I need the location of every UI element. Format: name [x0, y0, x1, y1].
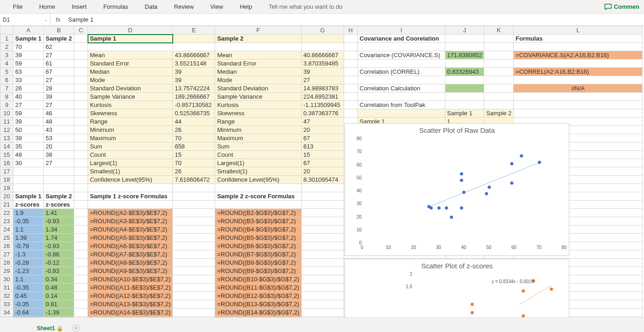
cell-A24[interactable]: 1.1 — [13, 225, 44, 234]
cell-J8[interactable] — [445, 93, 484, 101]
cell-D5[interactable]: Median — [88, 68, 173, 76]
row-header-15[interactable]: 15 — [0, 151, 13, 159]
cell-E12[interactable]: 26 — [173, 126, 215, 134]
cell-L1[interactable]: Formulas — [514, 35, 643, 43]
row-header-25[interactable]: 25 — [0, 234, 13, 242]
cell-H5[interactable] — [344, 68, 357, 76]
cell-F32[interactable]: =ROUND((B12-$G$3)/$G$7,2) — [215, 292, 301, 300]
cell-A33[interactable]: -0.35 — [13, 300, 44, 308]
cell-G8[interactable]: 224.6952381 — [301, 93, 344, 101]
cell-J5[interactable]: 0.83326943 — [445, 68, 484, 76]
cell-I3[interactable]: Covariance (COVARIANCE.S) — [357, 51, 445, 59]
cell-F23[interactable]: =ROUND((B3-$G$3)/$G$7,2) — [215, 217, 301, 225]
cell-D26[interactable]: =ROUND((A6-$E$3)/$E$7,2) — [88, 242, 173, 250]
cell-E24[interactable] — [173, 225, 215, 234]
cell-F11[interactable]: Range — [215, 118, 301, 126]
cell-F18[interactable]: Confidence Level(95%) — [215, 176, 301, 184]
col-header-A[interactable]: A — [13, 26, 44, 35]
cell-D1[interactable]: Sample 1 — [88, 35, 173, 43]
cell-G11[interactable]: 47 — [301, 118, 344, 126]
fx-icon[interactable]: fx — [51, 16, 65, 23]
cell-D14[interactable]: Sum — [88, 142, 173, 151]
cell-B5[interactable]: 67 — [44, 68, 74, 76]
cell-H10[interactable] — [344, 109, 357, 118]
cell-A34[interactable]: -0.64 — [13, 308, 44, 317]
cell-C25[interactable] — [74, 234, 88, 242]
row-header-23[interactable]: 23 — [0, 217, 13, 225]
cell-E1[interactable] — [173, 35, 215, 43]
cell-E9[interactable]: -0.857130582 — [173, 101, 215, 109]
cell-G25[interactable] — [301, 234, 344, 242]
row-header-4[interactable]: 4 — [0, 59, 13, 68]
chart-scatter-raw[interactable]: Scatter Plot of Raw Data 010203040506070… — [345, 123, 569, 256]
cell-F30[interactable]: =ROUND((B10-$G$3)/$G$7,2) — [215, 275, 301, 284]
cell-C16[interactable] — [74, 159, 88, 167]
cell-B33[interactable]: 0.81 — [44, 300, 74, 308]
cell-B22[interactable]: 1.41 — [44, 209, 74, 217]
cell-J6[interactable] — [445, 76, 484, 84]
tab-review[interactable]: Review — [166, 0, 202, 14]
cell-E26[interactable] — [173, 242, 215, 250]
cell-D35[interactable]: =ROUND((A15-$E$3)/$E$7,2) — [88, 317, 173, 318]
cell-B26[interactable]: -0.93 — [44, 242, 74, 250]
cell-E33[interactable] — [173, 300, 215, 308]
cell-G13[interactable]: 67 — [301, 134, 344, 142]
cell-E5[interactable]: 39 — [173, 68, 215, 76]
cell-E23[interactable] — [173, 217, 215, 225]
cell-G6[interactable]: 27 — [301, 76, 344, 84]
cell-D29[interactable]: =ROUND((A9-$E$3)/$E$7,2) — [88, 267, 173, 275]
cell-F28[interactable]: =ROUND((B8-$G$3)/$G$7,2) — [215, 259, 301, 267]
cell-G3[interactable]: 40.86666667 — [301, 51, 344, 59]
cell-B7[interactable]: 28 — [44, 84, 74, 93]
row-header-21[interactable]: 21 — [0, 201, 13, 209]
cell-E22[interactable] — [173, 209, 215, 217]
row-header-31[interactable]: 31 — [0, 284, 13, 292]
row-header-14[interactable]: 14 — [0, 142, 13, 151]
cell-D3[interactable]: Mean — [88, 51, 173, 59]
cell-A29[interactable]: -1.23 — [13, 267, 44, 275]
cell-G24[interactable] — [301, 225, 344, 234]
cell-C9[interactable] — [74, 101, 88, 109]
row-header-19[interactable]: 19 — [0, 184, 13, 192]
cell-C4[interactable] — [74, 59, 88, 68]
name-box[interactable]: D1⌄ — [0, 14, 51, 25]
cell-L5[interactable]: =CORREL(A2:A16,B2:B16) — [514, 68, 643, 76]
cell-F8[interactable]: Sample Variance — [215, 93, 301, 101]
cell-E4[interactable]: 3.55215148 — [173, 59, 215, 68]
cell-G18[interactable]: 8.301095474 — [301, 176, 344, 184]
row-header-33[interactable]: 33 — [0, 300, 13, 308]
cell-I9[interactable]: Correlation from ToolPak — [357, 101, 445, 109]
cell-F15[interactable]: Count — [215, 151, 301, 159]
cell-E15[interactable]: 15 — [173, 151, 215, 159]
cell-G26[interactable] — [301, 242, 344, 250]
cell-J1[interactable] — [445, 35, 484, 43]
cell-G12[interactable]: 20 — [301, 126, 344, 134]
cell-H1[interactable] — [344, 35, 357, 43]
cell-D6[interactable]: Mode — [88, 76, 173, 84]
cell-C20[interactable] — [74, 192, 88, 201]
cell-F9[interactable]: Kurtosis — [215, 101, 301, 109]
row-header-10[interactable]: 10 — [0, 109, 13, 118]
cell-C14[interactable] — [74, 142, 88, 151]
col-header-F[interactable]: F — [215, 26, 301, 35]
horizontal-scrollbar[interactable] — [0, 317, 644, 324]
cell-C18[interactable] — [74, 176, 88, 184]
cell-B15[interactable]: 38 — [44, 151, 74, 159]
cell-C6[interactable] — [74, 76, 88, 84]
cell-G31[interactable] — [301, 284, 344, 292]
cell-F22[interactable]: =ROUND((B2-$G$3)/$G$7,2) — [215, 209, 301, 217]
row-header-29[interactable]: 29 — [0, 267, 13, 275]
cell-A31[interactable]: -0.35 — [13, 284, 44, 292]
cell-A3[interactable]: 39 — [13, 51, 44, 59]
cell-C19[interactable] — [74, 184, 88, 192]
row-header-7[interactable]: 7 — [0, 84, 13, 93]
cell-J3[interactable]: 171.8380952 — [445, 51, 484, 59]
cell-E10[interactable]: 0.525366735 — [173, 109, 215, 118]
cell-C7[interactable] — [74, 84, 88, 93]
cell-B4[interactable]: 61 — [44, 59, 74, 68]
chart-scatter-zscores[interactable]: Scatter Plot of z-scores 21.5y = 0.8334x… — [345, 259, 569, 317]
tell-me-search[interactable]: Tell me what you want to do — [260, 3, 351, 10]
cell-B10[interactable]: 46 — [44, 109, 74, 118]
cell-K2[interactable] — [484, 43, 514, 51]
row-header-32[interactable]: 32 — [0, 292, 13, 300]
